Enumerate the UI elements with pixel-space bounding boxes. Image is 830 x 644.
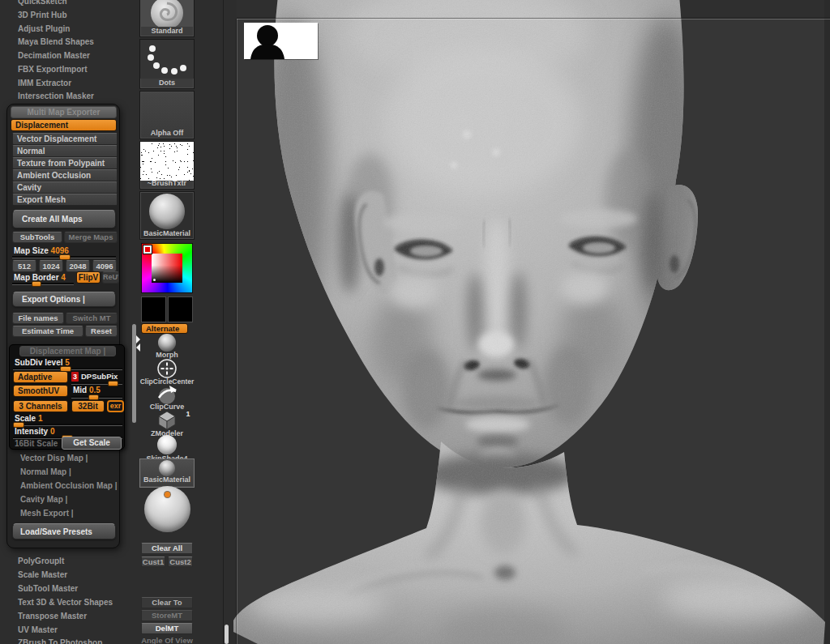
merge-maps-button[interactable]: Merge Maps — [64, 232, 118, 243]
normal-toggle[interactable]: Normal — [12, 145, 118, 157]
del-mt-button[interactable]: DelMT — [141, 623, 193, 634]
document-border-left — [237, 19, 237, 644]
menu-item-adjust-plugin[interactable]: Adjust Plugin — [18, 24, 70, 33]
basic-material-sphere-icon — [149, 194, 185, 229]
secondary-color-swatch[interactable] — [168, 296, 193, 322]
texture-thumbnail[interactable]: ~BrushTxtr — [139, 141, 195, 190]
texture-label: ~BrushTxtr — [140, 179, 194, 188]
material-thumbnail[interactable]: BasicMaterial — [139, 191, 195, 240]
dpsubpix-label[interactable]: DPSubPix — [81, 372, 118, 381]
bit-depth-toggle[interactable]: 32Bit — [71, 400, 105, 412]
export-mesh-toggle[interactable]: Export Mesh — [12, 194, 118, 206]
scale-value: 1 — [38, 414, 43, 423]
menu-item-transpose-master[interactable]: Transpose Master — [18, 612, 87, 621]
section-cavity-map[interactable]: Cavity Map | — [20, 495, 67, 504]
channels-toggle[interactable]: 3 Channels — [13, 400, 68, 412]
section-normal-map[interactable]: Normal Map | — [20, 467, 71, 476]
displacement-toggle[interactable]: Displacement — [11, 119, 117, 131]
mid-slider-handle[interactable] — [88, 395, 99, 400]
canvas-scrollbar-nub[interactable] — [225, 625, 229, 644]
section-vector-disp-map[interactable]: Vector Disp Map | — [20, 454, 88, 463]
export-options-button[interactable]: Export Options | — [12, 292, 116, 307]
cavity-toggle[interactable]: Cavity — [12, 181, 118, 194]
menu-item-3d-print-hub[interactable]: 3D Print Hub — [18, 11, 67, 19]
exr-format-toggle[interactable]: exr — [107, 400, 124, 412]
adaptive-toggle[interactable]: Adaptive — [13, 371, 68, 383]
menu-item-uv-master[interactable]: UV Master — [18, 625, 58, 634]
cust1-button[interactable]: Cust1 — [141, 557, 165, 567]
clear-to-button[interactable]: Clear To — [141, 597, 193, 608]
get-scale-button[interactable]: Get Scale — [62, 437, 122, 450]
menu-item-intersection-masker[interactable]: Intersection Masker — [18, 92, 94, 100]
switch-mt-button[interactable]: Switch MT — [66, 313, 118, 324]
menu-item-subtool-master[interactable]: SubTool Master — [18, 584, 78, 593]
menu-item-scale-master[interactable]: Scale Master — [18, 570, 67, 579]
mid-label: Mid 0.5 — [73, 386, 101, 395]
alternate-toggle[interactable]: Alternate — [141, 323, 188, 334]
selected-material-thumbnail[interactable]: BasicMaterial — [139, 458, 195, 488]
selected-material-label: BasicMaterial — [140, 476, 194, 484]
subtools-button[interactable]: SubTools — [12, 232, 62, 243]
brush-thumbnail[interactable]: Standard — [139, 0, 195, 37]
size-4096-button[interactable]: 4096 — [92, 260, 117, 272]
create-all-maps-button[interactable]: Create All Maps — [12, 210, 116, 228]
menu-item-quicksketch[interactable]: QuickSketch — [18, 0, 67, 6]
alpha-label: Alpha Off — [140, 129, 194, 138]
ambient-occlusion-toggle[interactable]: Ambient Occlusion — [12, 169, 118, 181]
load-save-presets-button[interactable]: Load/Save Presets — [12, 523, 116, 540]
viewport-canvas[interactable] — [223, 0, 830, 644]
color-picker[interactable] — [141, 243, 193, 293]
size-512-button[interactable]: 512 — [12, 260, 36, 272]
main-color-swatch[interactable] — [141, 296, 166, 322]
displacement-map-subpanel: Displacement Map | SubDiv level 5 Adapti… — [9, 344, 125, 450]
skinshade4-icon[interactable] — [157, 435, 177, 454]
tray-divider-arrow-right-icon[interactable] — [136, 335, 144, 343]
menu-item-text-3d-vector[interactable]: Text 3D & Vector Shapes — [18, 598, 113, 607]
material-label: BasicMaterial — [140, 229, 194, 238]
menu-item-decimation-master[interactable]: Decimation Master — [18, 51, 90, 60]
vector-displacement-toggle[interactable]: Vector Displacement — [12, 133, 118, 145]
dpsubpix-badge: 3 — [71, 372, 79, 382]
head-silhouette-icon — [244, 23, 318, 59]
angle-of-view-label[interactable]: Angle Of View — [139, 636, 195, 644]
document-border-top — [237, 19, 830, 19]
morph-icon[interactable] — [158, 334, 176, 352]
reuv-button[interactable]: ReUV — [102, 271, 119, 284]
hue-selector[interactable] — [143, 245, 152, 254]
file-names-button[interactable]: File names — [12, 313, 64, 324]
map-border-slider[interactable] — [12, 283, 74, 285]
menu-item-imm-extractor[interactable]: IMM Extractor — [18, 79, 71, 87]
saturation-value-square[interactable] — [152, 254, 182, 283]
stroke-thumbnail[interactable]: Dots — [139, 39, 195, 89]
size-1024-button[interactable]: 1024 — [39, 260, 63, 272]
clip-circle-center-icon[interactable] — [157, 359, 177, 378]
clear-all-button[interactable]: Clear All — [141, 543, 193, 554]
section-ambient-occlusion-map[interactable]: Ambient Occlusion Map | — [20, 481, 117, 490]
displacement-map-header[interactable]: Displacement Map | — [19, 346, 116, 356]
reset-button[interactable]: Reset — [85, 326, 118, 337]
map-border-slider-handle[interactable] — [32, 281, 41, 287]
store-mt-button[interactable]: StoreMT — [141, 610, 193, 621]
flipv-toggle[interactable]: FlipV — [76, 271, 101, 284]
menu-item-maya-blend-shapes[interactable]: Maya Blend Shapes — [18, 37, 94, 46]
menu-item-polygroupit[interactable]: PolyGroupIt — [18, 557, 64, 565]
dpsubpix-slider-handle[interactable] — [108, 381, 118, 386]
menu-item-zbrush-to-photoshop[interactable]: ZBrush To Photoshop — [18, 638, 102, 644]
size-2048-button[interactable]: 2048 — [66, 260, 90, 272]
scale-slider[interactable] — [13, 424, 122, 426]
color-selector-dot[interactable] — [153, 279, 156, 281]
cust2-button[interactable]: Cust2 — [168, 557, 193, 567]
map-size-slider-handle[interactable] — [59, 254, 71, 260]
basic-material-small-sphere-icon — [159, 460, 175, 476]
displacement-map-preview[interactable] — [244, 23, 318, 59]
alpha-thumbnail[interactable]: Alpha Off — [139, 91, 195, 139]
zmodeler-icon[interactable] — [156, 410, 178, 431]
estimate-time-button[interactable]: Estimate Time — [12, 326, 83, 337]
smoothuv-toggle[interactable]: SmoothUV — [13, 385, 68, 397]
map-border-value: 4 — [61, 273, 66, 282]
texture-from-polypaint-toggle[interactable]: Texture from Polypaint — [12, 157, 118, 169]
menu-item-fbx-exportimport[interactable]: FBX ExportImport — [18, 65, 88, 74]
section-mesh-export[interactable]: Mesh Export | — [20, 509, 74, 518]
brush-texture-noise-icon — [140, 142, 194, 181]
panel-header-multi-map-exporter[interactable]: Multi Map Exporter — [11, 106, 117, 118]
